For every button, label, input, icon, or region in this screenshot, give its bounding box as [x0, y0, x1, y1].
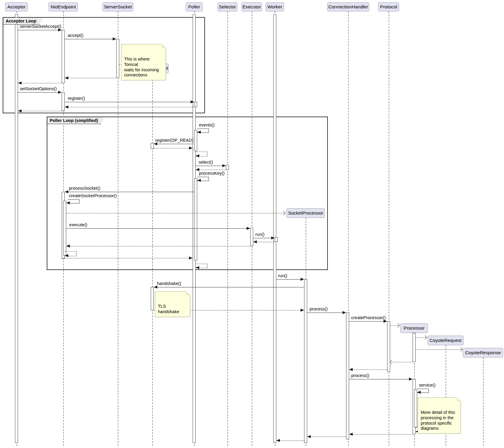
message-label: setSocketOptions() — [20, 86, 57, 91]
arrow-run-worker — [253, 238, 271, 238]
note-fold-corner — [457, 397, 461, 401]
arrow-process-processor — [349, 379, 409, 379]
arrowhead-open — [423, 335, 427, 340]
arrowhead — [189, 257, 193, 260]
arrowhead — [197, 179, 201, 182]
message-label: run() — [278, 273, 287, 278]
message-label: run() — [255, 232, 265, 237]
return-socketprocessor-worker — [280, 441, 304, 441]
arrowhead-open — [458, 347, 463, 352]
arrowhead — [342, 311, 346, 314]
arrow-createprocessor — [349, 321, 384, 322]
arrowhead — [154, 142, 157, 145]
return-protocol-connectionhandler — [352, 369, 387, 370]
arrowhead — [18, 109, 22, 112]
activation-connectionhandler — [346, 313, 349, 439]
arrowhead — [253, 240, 257, 243]
arrowhead — [66, 201, 70, 204]
message-label: createProcessor() — [351, 315, 386, 320]
activation-socketchannel-register — [151, 143, 154, 149]
activation-worker-main — [273, 14, 276, 443]
return-socketchannel-poller — [154, 148, 189, 148]
activation-nioendpoint-accept — [62, 30, 65, 83]
message-label: processKey() — [199, 171, 224, 176]
arrow-register-opread — [157, 144, 193, 144]
arrow-select — [196, 166, 223, 166]
return-processor-connectionhandler — [352, 434, 413, 435]
arrowhead — [301, 309, 304, 312]
note-text: More detail of this processing in the pr… — [421, 410, 455, 431]
message-label: accept() — [68, 33, 83, 38]
activation-poller-register — [194, 102, 197, 107]
activation-nioendpoint-createsp — [63, 201, 66, 256]
arrowhead — [409, 378, 413, 381]
object-socketprocessor: SocketProcessor — [286, 208, 325, 218]
arrowhead — [196, 154, 199, 157]
message-label: select() — [199, 160, 213, 165]
activation-socketprocessor — [304, 279, 307, 443]
return-executor-nioendpoint — [70, 246, 250, 246]
return-worker-executor — [256, 242, 275, 242]
participant-acceptor: Acceptor — [5, 2, 28, 11]
frame-poller-loop-title: Poller Loop (simplified) — [47, 117, 105, 124]
arrowhead — [191, 100, 194, 103]
arrowhead — [417, 391, 421, 394]
activation-processor-service — [414, 389, 417, 427]
participant-worker: Worker — [265, 2, 284, 11]
note-tomcat-waits: This is where Tomcat waits for incoming … — [121, 44, 166, 80]
arrow-process — [307, 313, 343, 313]
participant-executor: Executor — [242, 2, 262, 11]
return-poller-nioendpoint — [68, 107, 194, 107]
activation-nioendpoint-setopts — [62, 92, 65, 111]
arrow-create-socketprocessor — [66, 213, 284, 213]
arrowhead — [65, 105, 68, 108]
return-connectionhandler-socketprocessor — [310, 437, 346, 437]
note-fold-corner — [162, 44, 166, 48]
return-nioendpoint-acceptor — [21, 83, 62, 83]
arrow-handshake — [157, 287, 304, 287]
activation-executor — [250, 228, 253, 246]
activation-processor-create — [413, 333, 416, 362]
arrowhead — [271, 236, 275, 239]
arrowhead — [154, 286, 157, 289]
return-serversocket-nioendpoint — [68, 78, 116, 78]
activation-acceptor — [15, 14, 18, 443]
message-label: process() — [351, 373, 369, 378]
arrowhead — [113, 37, 116, 40]
message-label: processSocket() — [69, 186, 100, 191]
arrow-serversocketaccept — [18, 30, 58, 30]
return-selector-poller — [199, 170, 226, 170]
object-coyoteresponse: CoyoteResponse — [463, 348, 503, 358]
arrowhead — [65, 190, 68, 193]
arrow-run-socketprocessor — [276, 279, 301, 280]
frame-acceptor-loop-title: Acceptor Loop — [3, 17, 43, 25]
note-fold-corner — [186, 291, 190, 295]
frame-acceptor-loop — [3, 17, 205, 113]
arrowhead — [197, 131, 201, 134]
arrowhead-open — [396, 323, 400, 328]
participant-nioendpoint: NioEndpoint — [49, 2, 78, 11]
message-label: handshake() — [157, 281, 181, 286]
activation-poller-events — [194, 130, 197, 151]
arrowhead — [189, 147, 193, 150]
message-label: service() — [419, 383, 436, 387]
note-more-detail: More detail of this processing in the pr… — [418, 397, 461, 434]
participant-protocol: Protocol — [378, 2, 399, 11]
participant-serversocket: ServerSocket — [102, 2, 133, 11]
note-text: This is where Tomcat waits for incoming … — [124, 57, 159, 77]
message-label: serverSocketAccept() — [20, 24, 61, 29]
arrowhead — [276, 439, 280, 442]
lifeline-coyoteresponse — [483, 358, 484, 446]
arrowhead — [65, 254, 68, 257]
message-label: createSocketProcessor() — [69, 193, 117, 198]
activation-worker-run — [275, 237, 278, 242]
arrowhead — [307, 435, 311, 438]
arrowhead — [301, 278, 304, 281]
return-processor-protocol — [393, 362, 413, 362]
return-nioendpoint-poller — [62, 258, 189, 258]
activation-protocol — [387, 321, 390, 372]
activation-serversocket — [116, 39, 119, 78]
message-label: process() — [310, 307, 328, 311]
participant-selector: Selector — [218, 2, 237, 11]
object-coyoterequest: CoyoteRequest — [428, 336, 464, 345]
